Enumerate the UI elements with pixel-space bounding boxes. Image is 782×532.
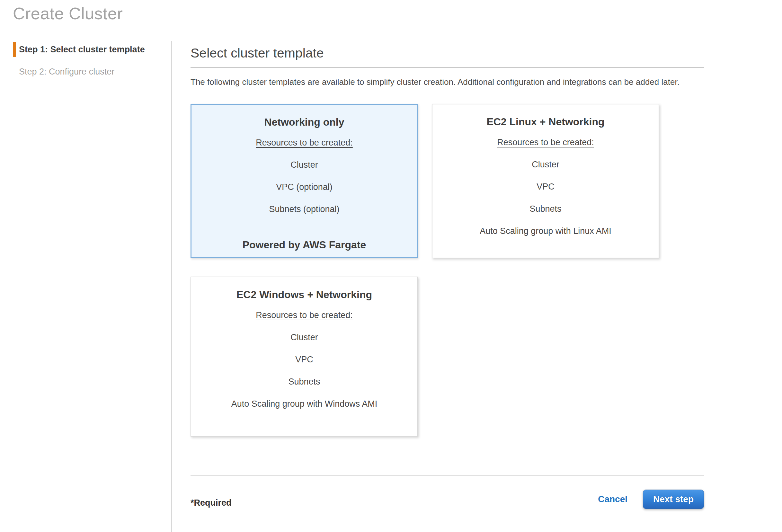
card-resource-item: Subnets (optional) — [191, 204, 417, 214]
create-cluster-page: Create Cluster Step 1: Select cluster te… — [0, 0, 782, 532]
section-description: The following cluster templates are avai… — [190, 75, 692, 89]
sidebar-step-2[interactable]: Step 2: Configure cluster — [19, 67, 171, 77]
template-cards: Networking only Resources to be created:… — [190, 104, 676, 436]
footer-divider — [190, 475, 704, 476]
card-fargate-note: Powered by AWS Fargate — [191, 239, 417, 251]
card-title: EC2 Linux + Networking — [432, 116, 659, 128]
section-heading: Select cluster template — [190, 46, 704, 61]
page-title: Create Cluster — [13, 4, 123, 23]
sidebar-divider — [171, 41, 172, 532]
cancel-button[interactable]: Cancel — [598, 494, 628, 504]
wizard-steps-sidebar: Step 1: Select cluster template Step 2: … — [0, 42, 171, 77]
card-resources-label: Resources to be created: — [432, 138, 659, 147]
footer-actions: Cancel Next step — [598, 490, 704, 509]
card-resource-item: Cluster — [432, 159, 659, 170]
required-note: *Required — [190, 498, 232, 508]
card-title: Networking only — [191, 116, 417, 128]
card-resource-item: VPC (optional) — [191, 182, 417, 192]
wizard-footer: *Required Cancel Next step — [190, 490, 704, 509]
template-card-ec2-windows-networking[interactable]: EC2 Windows + Networking Resources to be… — [190, 277, 418, 436]
card-title: EC2 Windows + Networking — [191, 289, 417, 301]
sidebar-step-1[interactable]: Step 1: Select cluster template — [13, 42, 171, 57]
card-resources-label: Resources to be created: — [191, 310, 417, 320]
card-resource-item: Cluster — [191, 332, 417, 343]
main-content: Select cluster template The following cl… — [190, 41, 704, 509]
card-resource-item: Subnets — [191, 377, 417, 387]
card-resource-item: Cluster — [191, 160, 417, 170]
card-resource-item: VPC — [432, 182, 659, 192]
template-card-ec2-linux-networking[interactable]: EC2 Linux + Networking Resources to be c… — [432, 104, 659, 258]
card-resource-item: VPC — [191, 355, 417, 365]
card-resource-item: Subnets — [432, 204, 659, 214]
card-resource-item: Auto Scaling group with Windows AMI — [191, 399, 417, 409]
template-card-networking-only[interactable]: Networking only Resources to be created:… — [190, 104, 418, 258]
next-step-button[interactable]: Next step — [643, 490, 704, 509]
sidebar-step-2-label: Step 2: Configure cluster — [19, 67, 114, 76]
heading-divider — [190, 67, 704, 68]
card-resource-item: Auto Scaling group with Linux AMI — [432, 226, 659, 236]
card-resources-label: Resources to be created: — [191, 138, 417, 148]
sidebar-step-1-label: Step 1: Select cluster template — [19, 45, 145, 55]
